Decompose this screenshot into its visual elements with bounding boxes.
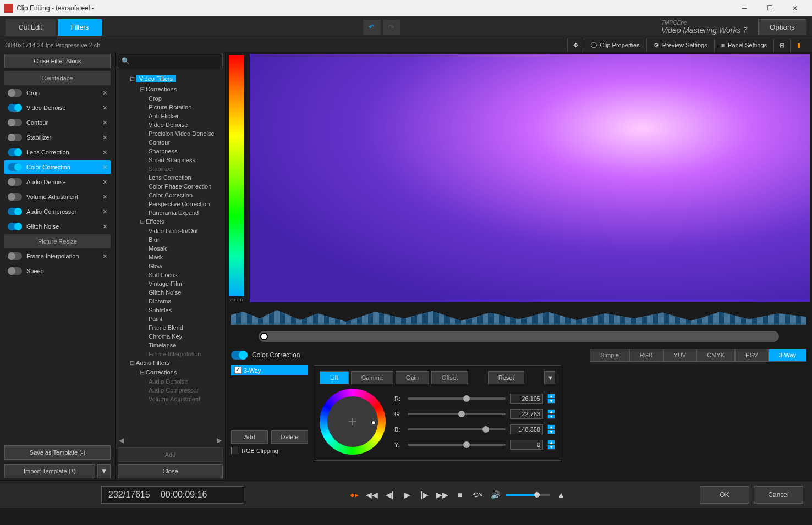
redo-button[interactable]: ↷ xyxy=(383,20,400,35)
video-filters-category[interactable]: Video Filters xyxy=(136,75,176,82)
tree-item-smart-sharpness[interactable]: Smart Sharpness xyxy=(118,156,223,164)
tree-item-paint[interactable]: Paint xyxy=(118,314,223,323)
filter-item-frame-interpolation[interactable]: Frame Interpolation× xyxy=(4,249,111,263)
panel-color-icon[interactable]: ▮ xyxy=(790,38,806,52)
slider-track[interactable] xyxy=(408,428,506,430)
audio-corrections-category[interactable]: Corrections xyxy=(146,369,177,375)
tree-item-video-fade-in-out[interactable]: Video Fade-In/Out xyxy=(118,226,223,235)
filter-toggle[interactable] xyxy=(8,223,22,230)
filter-item-crop[interactable]: Crop× xyxy=(4,86,111,100)
filter-toggle[interactable] xyxy=(8,148,22,156)
cc-delete-button[interactable]: Delete xyxy=(271,430,308,444)
remove-filter-icon[interactable]: × xyxy=(103,222,107,231)
cc-reset-dropdown[interactable]: ▼ xyxy=(544,371,555,384)
remove-filter-icon[interactable]: × xyxy=(103,252,107,261)
panel-add-icon[interactable]: ⊞ xyxy=(773,38,790,52)
ok-button[interactable]: OK xyxy=(700,486,749,504)
close-filter-stock-button[interactable]: Close Filter Stock xyxy=(4,54,111,68)
options-button[interactable]: Options xyxy=(758,19,806,35)
filters-tab[interactable]: Filters xyxy=(58,19,102,36)
tree-item-chroma-key[interactable]: Chroma Key xyxy=(118,332,223,341)
tree-item-timelapse[interactable]: Timelapse xyxy=(118,341,223,350)
tree-item-contour[interactable]: Contour xyxy=(118,138,223,147)
filter-search-input[interactable]: 🔍 xyxy=(118,54,223,68)
spinner-down[interactable]: ▼ xyxy=(547,399,555,404)
filter-item-audio-compressor[interactable]: Audio Compressor× xyxy=(4,205,111,219)
cc-tab-hsv[interactable]: HSV xyxy=(735,349,769,362)
remove-filter-icon[interactable]: × xyxy=(103,89,107,97)
save-template-button[interactable]: Save as Template (-) xyxy=(4,445,111,460)
filter-item-picture-resize[interactable]: Picture Resize xyxy=(4,234,111,248)
color-wheel[interactable]: + xyxy=(320,389,386,455)
filter-item-lens-correction[interactable]: Lens Correction× xyxy=(4,145,111,159)
undo-button[interactable]: ↶ xyxy=(363,20,381,35)
cc-mode-lift[interactable]: Lift xyxy=(320,371,349,384)
rewind-button[interactable]: ◀◀ xyxy=(365,488,378,501)
import-template-button[interactable]: Import Template (±) xyxy=(4,464,95,478)
filter-toggle[interactable] xyxy=(8,178,22,186)
remove-filter-icon[interactable]: × xyxy=(103,148,107,157)
panel-settings-button[interactable]: ≡Panel Settings xyxy=(714,38,773,52)
panel-move-icon[interactable]: ✥ xyxy=(567,38,584,52)
filter-toggle[interactable] xyxy=(8,163,22,171)
filter-item-deinterlace[interactable]: Deinterlace xyxy=(4,71,111,85)
remove-filter-icon[interactable]: × xyxy=(103,163,107,172)
filter-item-video-denoise[interactable]: Video Denoise× xyxy=(4,101,111,115)
spinner-down[interactable]: ▼ xyxy=(547,414,555,419)
slider-value[interactable]: -22.763 xyxy=(510,409,543,419)
spinner-down[interactable]: ▼ xyxy=(547,445,555,450)
timecode-display[interactable]: 232/17615 00:00:09:16 xyxy=(101,486,244,504)
clip-properties-button[interactable]: ⓘClip Properties xyxy=(584,38,646,52)
cut-edit-tab[interactable]: Cut Edit xyxy=(6,19,56,36)
cc-tab-3-way[interactable]: 3-Way xyxy=(769,349,806,362)
cc-mode-gamma[interactable]: Gamma xyxy=(351,371,393,384)
slider-track[interactable] xyxy=(408,444,506,446)
tree-item-blur[interactable]: Blur xyxy=(118,235,223,244)
filter-tree[interactable]: ⊟Video Filters ⊟Corrections CropPicture … xyxy=(116,70,225,435)
tree-item-color-correction[interactable]: Color Correction xyxy=(118,191,223,200)
tree-item-perspective-correction[interactable]: Perspective Correction xyxy=(118,200,223,208)
remove-filter-icon[interactable]: × xyxy=(103,178,107,186)
spinner-down[interactable]: ▼ xyxy=(547,429,555,434)
filter-item-contour[interactable]: Contour× xyxy=(4,115,111,130)
tree-item-sharpness[interactable]: Sharpness xyxy=(118,147,223,156)
tree-item-panorama-expand[interactable]: Panorama Expand xyxy=(118,208,223,217)
forward-button[interactable]: ▶▶ xyxy=(436,488,449,501)
tree-scroll-left[interactable]: ◀ xyxy=(119,436,124,444)
volume-slider[interactable] xyxy=(506,494,550,496)
maximize-button[interactable]: ☐ xyxy=(757,0,782,16)
filter-toggle[interactable] xyxy=(8,134,22,141)
tree-item-video-denoise[interactable]: Video Denoise xyxy=(118,120,223,129)
import-template-dropdown[interactable]: ▼ xyxy=(97,464,111,478)
filter-toggle[interactable] xyxy=(8,252,22,260)
cancel-button[interactable]: Cancel xyxy=(754,486,803,504)
slider-value[interactable]: 0 xyxy=(510,440,543,450)
spinner-up[interactable]: ▲ xyxy=(547,440,555,445)
cc-reset-button[interactable]: Reset xyxy=(488,371,525,384)
audio-waveform[interactable] xyxy=(231,306,806,328)
tree-item-vintage-film[interactable]: Vintage Film xyxy=(118,279,223,288)
preview-settings-button[interactable]: ⚙Preview Settings xyxy=(646,38,714,52)
tree-item-subtitles[interactable]: Subtitles xyxy=(118,306,223,314)
filter-item-stabilizer[interactable]: Stabilizer× xyxy=(4,130,111,145)
slider-value[interactable]: 148.358 xyxy=(510,424,543,434)
filter-toggle[interactable] xyxy=(8,104,22,112)
remove-filter-icon[interactable]: × xyxy=(103,103,107,112)
volume-icon[interactable]: 🔊 xyxy=(489,488,502,501)
filter-toggle[interactable] xyxy=(8,208,22,215)
filter-toggle[interactable] xyxy=(8,89,22,97)
filter-toggle[interactable] xyxy=(8,193,22,201)
cc-add-button[interactable]: Add xyxy=(231,430,268,444)
tree-item-diorama[interactable]: Diorama xyxy=(118,297,223,306)
video-preview[interactable] xyxy=(250,54,810,302)
cc-mode-offset[interactable]: Offset xyxy=(431,371,468,384)
cc-mode-gain[interactable]: Gain xyxy=(396,371,429,384)
slider-track[interactable] xyxy=(408,397,506,400)
add-filter-button[interactable]: Add xyxy=(118,447,223,462)
slider-value[interactable]: 26.195 xyxy=(510,394,543,404)
prev-frame-button[interactable]: ◀| xyxy=(383,488,396,501)
filter-item-audio-denoise[interactable]: Audio Denoise× xyxy=(4,175,111,189)
filter-item-volume-adjustment[interactable]: Volume Adjustment× xyxy=(4,190,111,204)
filter-item-color-correction[interactable]: Color Correction× xyxy=(4,160,111,174)
audio-filters-category[interactable]: Audio Filters xyxy=(136,360,169,366)
